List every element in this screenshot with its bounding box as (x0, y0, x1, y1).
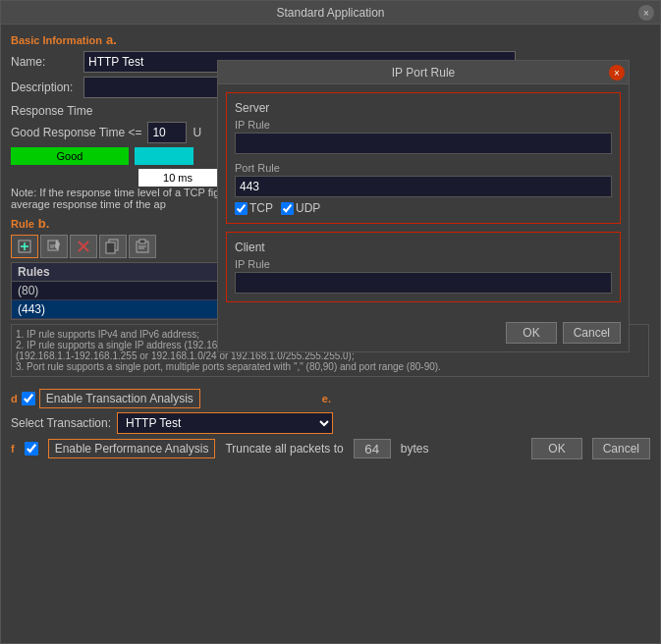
description-label: Description: (11, 80, 80, 94)
unit-label: U (193, 126, 201, 139)
note-line-3: 3. Port rule supports a single port, mul… (16, 361, 644, 372)
rule-title: Rule (11, 218, 34, 230)
ip-port-rule-dialog: IP Port Rule × Server IP Rule Port Rule … (217, 60, 630, 352)
dialog-cancel-button[interactable]: Cancel (563, 322, 621, 344)
copy-rule-button[interactable] (99, 235, 127, 258)
annotation-e: e. (322, 393, 331, 404)
delete-rule-icon (76, 239, 91, 254)
rules-table: Rules (80) (443) (11, 262, 247, 320)
truncate-label: Truncate all packets to (225, 442, 343, 456)
edit-rule-icon (46, 239, 62, 254)
port-rule-input[interactable] (235, 176, 612, 197)
enable-transaction-row: d Enable Transaction Analysis e. (11, 389, 650, 408)
dialog-title: IP Port Rule (392, 66, 455, 80)
table-row[interactable]: (80) (12, 282, 246, 300)
bottom-controls: d Enable Transaction Analysis e. Select … (1, 385, 660, 463)
server-ip-rule-input[interactable] (235, 133, 612, 154)
add-rule-button[interactable] (11, 235, 38, 258)
tcp-checkbox[interactable] (235, 202, 248, 215)
server-ip-rule-label: IP Rule (235, 119, 612, 131)
add-rule-icon (17, 239, 32, 254)
tcp-label: TCP (249, 201, 273, 215)
title-bar: Standard Application × (1, 1, 660, 25)
client-ip-rule-input[interactable] (235, 272, 612, 294)
edit-rule-button[interactable] (40, 235, 68, 258)
annotation-b: b. (38, 216, 50, 231)
ok-button[interactable]: OK (531, 438, 581, 459)
client-section-label: Client (235, 241, 612, 254)
client-ip-rule-label: IP Rule (235, 258, 612, 270)
svg-rect-11 (139, 240, 145, 243)
good-response-label: Good Response Time <= (11, 126, 141, 139)
dialog-content: Server IP Rule Port Rule TCP UDP (218, 84, 629, 318)
delete-rule-button[interactable] (70, 235, 97, 258)
select-transaction-label: Select Transaction: (11, 416, 111, 430)
paste-rule-button[interactable] (129, 235, 156, 258)
udp-checkbox-label[interactable]: UDP (281, 201, 320, 215)
truncate-input[interactable] (354, 439, 391, 458)
enable-transaction-label: Enable Transaction Analysis (39, 389, 200, 408)
enable-performance-checkbox[interactable] (25, 442, 38, 456)
annotation-f: f (11, 443, 15, 455)
good-response-input[interactable] (147, 122, 187, 143)
annotation-d: d (11, 393, 18, 404)
table-row[interactable]: (443) (12, 300, 246, 319)
server-section: Server IP Rule Port Rule TCP UDP (226, 92, 621, 224)
udp-checkbox[interactable] (281, 202, 294, 215)
ms-display: 10 ms (138, 169, 217, 187)
svg-rect-9 (106, 242, 115, 253)
port-rule-label: Port Rule (235, 162, 612, 174)
client-section: Client IP Rule (226, 232, 621, 302)
udp-label: UDP (296, 201, 320, 215)
protocol-row: TCP UDP (235, 201, 612, 215)
dialog-ok-button[interactable]: OK (506, 322, 556, 344)
dialog-close-button[interactable]: × (609, 65, 625, 80)
cancel-button[interactable]: Cancel (592, 438, 650, 459)
basic-info-header: Basic Information a. (11, 32, 650, 47)
enable-performance-label: Enable Performance Analysis (48, 439, 216, 458)
good-bar: Good (11, 147, 129, 165)
rules-table-header: Rules (12, 263, 246, 282)
copy-rule-icon (105, 239, 121, 254)
bytes-label: bytes (401, 442, 429, 456)
dialog-buttons: OK Cancel (218, 318, 629, 351)
annotation-a: a. (106, 32, 117, 47)
tcp-checkbox-label[interactable]: TCP (235, 201, 273, 215)
fair-bar (135, 147, 193, 165)
select-transaction-row: Select Transaction: HTTP Test (11, 412, 650, 434)
dialog-title-bar: IP Port Rule × (218, 61, 629, 84)
basic-info-title: Basic Information (11, 34, 102, 46)
response-note: Note: If the response time level of a TC… (11, 187, 247, 210)
enable-transaction-checkbox[interactable] (22, 392, 35, 405)
server-section-label: Server (235, 101, 612, 115)
final-row: f Enable Performance Analysis Truncate a… (11, 438, 650, 459)
window-close-button[interactable]: × (638, 5, 654, 21)
main-window: Standard Application × Basic Information… (0, 0, 661, 644)
select-transaction-dropdown[interactable]: HTTP Test (117, 412, 333, 434)
name-label: Name: (11, 55, 80, 69)
window-title: Standard Application (276, 6, 384, 20)
paste-rule-icon (135, 239, 150, 254)
